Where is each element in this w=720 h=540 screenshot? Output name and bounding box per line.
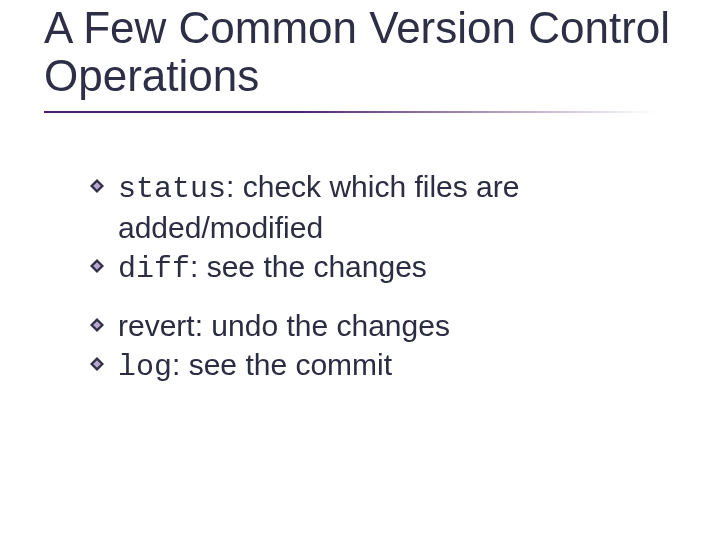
list-item: revert: undo the changes	[90, 307, 650, 345]
command-description: : see the commit	[172, 348, 392, 381]
diamond-bullet-icon	[90, 179, 104, 193]
title-underline	[44, 111, 656, 113]
title-block: A Few Common Version Control Operations	[44, 4, 684, 113]
command-description: : see the changes	[190, 250, 427, 283]
list-item: status: check which files are added/modi…	[90, 168, 650, 246]
list-item: log: see the commit	[90, 346, 650, 387]
command-name: log	[118, 350, 172, 384]
slide: A Few Common Version Control Operations …	[0, 0, 720, 540]
bullet-list: status: check which files are added/modi…	[90, 168, 650, 389]
command-name: diff	[118, 252, 190, 286]
command-description: : undo the changes	[195, 309, 450, 342]
list-item: diff: see the changes	[90, 248, 650, 289]
command-name: revert	[118, 309, 195, 342]
command-name: status	[118, 172, 226, 206]
diamond-bullet-icon	[90, 259, 104, 273]
diamond-bullet-icon	[90, 357, 104, 371]
diamond-bullet-icon	[90, 318, 104, 332]
page-title: A Few Common Version Control Operations	[44, 4, 684, 101]
